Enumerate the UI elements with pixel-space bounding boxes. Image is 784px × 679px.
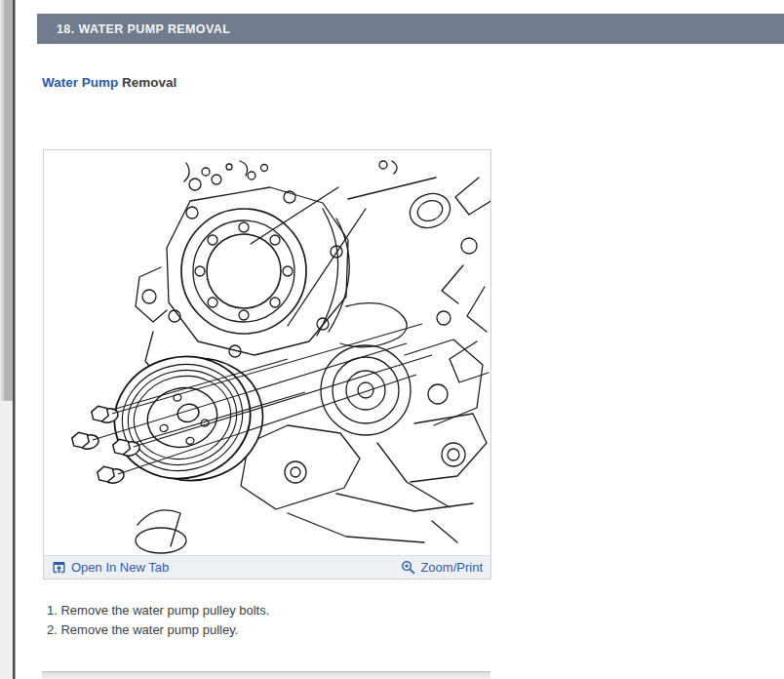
magnifier-plus-icon — [401, 560, 415, 575]
page-container: 18. WATER PUMP REMOVAL Water Pump Remova… — [0, 0, 784, 679]
open-in-new-tab-label: Open In New Tab — [71, 560, 169, 575]
water-pump-link[interactable]: Water Pump — [42, 75, 118, 90]
open-in-browser-icon — [52, 560, 66, 575]
procedure-heading-rest: Removal — [122, 75, 176, 90]
procedure-heading: Water Pump Removal — [42, 75, 176, 90]
figure-toolbar: Open In New Tab Zoom/Print — [44, 555, 490, 579]
next-section-divider — [42, 671, 490, 679]
engine-diagram[interactable] — [44, 150, 490, 556]
engine-diagram-svg — [44, 150, 490, 556]
left-scrollbar-thumb[interactable] — [1, 0, 13, 401]
window-divider — [13, 0, 16, 679]
step-item: 1. Remove the water pump pulley bolts. — [47, 601, 269, 620]
zoom-print-label: Zoom/Print — [420, 560, 483, 575]
section-header-title: 18. WATER PUMP REMOVAL — [37, 22, 230, 36]
procedure-steps: 1. Remove the water pump pulley bolts. 2… — [47, 601, 269, 640]
open-in-new-tab-link[interactable]: Open In New Tab — [52, 560, 169, 575]
figure-panel: Open In New Tab Zoom/Print — [43, 149, 491, 579]
zoom-print-link[interactable]: Zoom/Print — [401, 560, 483, 575]
section-header-bar: 18. WATER PUMP REMOVAL — [37, 14, 784, 44]
step-item: 2. Remove the water pump pulley. — [47, 620, 269, 640]
